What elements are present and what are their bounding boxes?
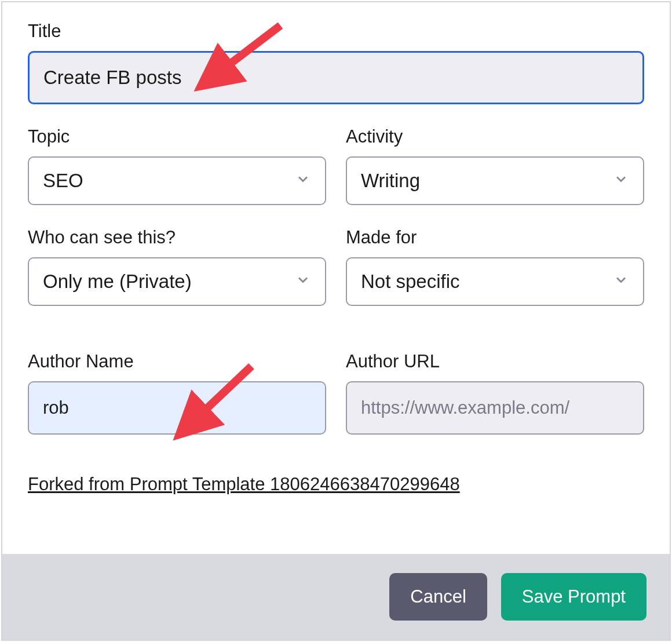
madefor-select[interactable]: Not specific	[346, 257, 644, 306]
spacer	[28, 457, 644, 474]
row-visibility-madefor: Who can see this? Only me (Private) Made…	[28, 227, 644, 306]
cancel-button[interactable]: Cancel	[389, 573, 487, 621]
chevron-down-icon	[613, 170, 629, 192]
activity-select-wrap: Writing	[346, 156, 644, 205]
madefor-label: Made for	[346, 227, 644, 248]
chevron-down-icon	[295, 170, 311, 192]
visibility-col: Who can see this? Only me (Private)	[28, 227, 326, 306]
visibility-label: Who can see this?	[28, 227, 326, 248]
author-url-input[interactable]	[346, 381, 644, 435]
topic-select-wrap: SEO	[28, 156, 326, 205]
visibility-select-wrap: Only me (Private)	[28, 257, 326, 306]
visibility-value: Only me (Private)	[43, 271, 192, 293]
author-name-input[interactable]	[28, 381, 326, 435]
activity-value: Writing	[361, 170, 420, 192]
activity-select[interactable]: Writing	[346, 156, 644, 205]
activity-label: Activity	[346, 126, 644, 147]
chevron-down-icon	[613, 271, 629, 293]
spacer	[28, 328, 644, 351]
activity-col: Activity Writing	[346, 126, 644, 205]
title-input[interactable]	[28, 51, 644, 104]
madefor-col: Made for Not specific	[346, 227, 644, 306]
form-area: Title Topic SEO Activity Wr	[2, 2, 670, 495]
topic-col: Topic SEO	[28, 126, 326, 205]
forked-from-link[interactable]: Forked from Prompt Template 180624663847…	[28, 474, 460, 495]
row-topic-activity: Topic SEO Activity Writing	[28, 126, 644, 205]
author-url-col: Author URL	[346, 351, 644, 435]
row-author: Author Name Author URL	[28, 351, 644, 435]
dialog-container: Title Topic SEO Activity Wr	[1, 1, 671, 641]
visibility-select[interactable]: Only me (Private)	[28, 257, 326, 306]
save-button[interactable]: Save Prompt	[501, 573, 647, 621]
author-url-label: Author URL	[346, 351, 644, 372]
madefor-select-wrap: Not specific	[346, 257, 644, 306]
title-label: Title	[28, 21, 644, 42]
madefor-value: Not specific	[361, 271, 460, 293]
topic-label: Topic	[28, 126, 326, 147]
author-name-col: Author Name	[28, 351, 326, 435]
dialog-footer: Cancel Save Prompt	[2, 554, 670, 640]
chevron-down-icon	[295, 271, 311, 293]
author-name-label: Author Name	[28, 351, 326, 372]
topic-select[interactable]: SEO	[28, 156, 326, 205]
topic-value: SEO	[43, 170, 83, 192]
